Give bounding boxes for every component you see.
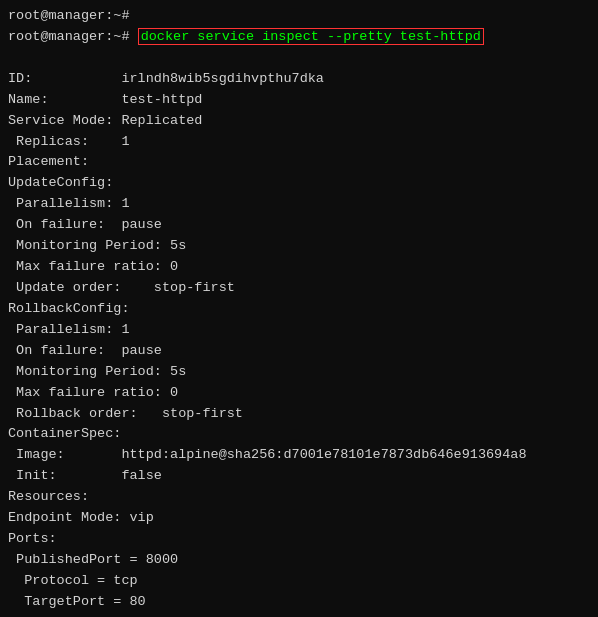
monitoring-update-line: Monitoring Period: 5s — [8, 236, 590, 257]
on-failure-update-line: On failure: pause — [8, 215, 590, 236]
service-mode-line: Service Mode: Replicated — [8, 111, 590, 132]
max-failure-update-line: Max failure ratio: 0 — [8, 257, 590, 278]
ports-line: Ports: — [8, 529, 590, 550]
max-failure-rollback-line: Max failure ratio: 0 — [8, 383, 590, 404]
update-order-line: Update order: stop-first — [8, 278, 590, 299]
parallelism-rollback-line: Parallelism: 1 — [8, 320, 590, 341]
command-text: docker service inspect --pretty test-htt… — [138, 28, 484, 45]
monitoring-rollback-line: Monitoring Period: 5s — [8, 362, 590, 383]
prompt-1: root@manager:~# — [8, 8, 130, 23]
updateconfig-line: UpdateConfig: — [8, 173, 590, 194]
rollbackconfig-line: RollbackConfig: — [8, 299, 590, 320]
endpoint-mode-line: Endpoint Mode: vip — [8, 508, 590, 529]
on-failure-rollback-line: On failure: pause — [8, 341, 590, 362]
publish-mode-line: PublishMode = ingress — [8, 613, 590, 617]
image-line: Image: httpd:alpine@sha256:d7001e78101e7… — [8, 445, 590, 466]
id-line: ID: irlndh8wib5sgdihvpthu7dka — [8, 69, 590, 90]
replicas-line: Replicas: 1 — [8, 132, 590, 153]
containerspec-line: ContainerSpec: — [8, 424, 590, 445]
resources-line: Resources: — [8, 487, 590, 508]
rollback-order-line: Rollback order: stop-first — [8, 404, 590, 425]
blank-line — [8, 48, 590, 69]
placement-line: Placement: — [8, 152, 590, 173]
line-1: root@manager:~# — [8, 6, 590, 27]
protocol-line: Protocol = tcp — [8, 571, 590, 592]
parallelism-update-line: Parallelism: 1 — [8, 194, 590, 215]
name-line: Name: test-httpd — [8, 90, 590, 111]
target-port-line: TargetPort = 80 — [8, 592, 590, 613]
prompt-2: root@manager:~# — [8, 29, 138, 44]
terminal: root@manager:~# root@manager:~# docker s… — [8, 6, 590, 617]
published-port-line: PublishedPort = 8000 — [8, 550, 590, 571]
init-line: Init: false — [8, 466, 590, 487]
line-2: root@manager:~# docker service inspect -… — [8, 27, 590, 48]
